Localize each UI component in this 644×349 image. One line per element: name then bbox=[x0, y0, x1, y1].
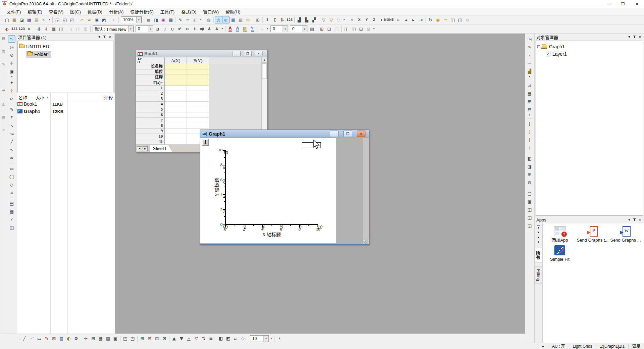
curved-arrow-icon[interactable]: ↝ bbox=[8, 130, 15, 137]
toolbar-button[interactable]: ▾ bbox=[342, 16, 346, 23]
minimize-button[interactable]: — bbox=[602, 0, 616, 8]
panel-close-icon[interactable]: ✕ bbox=[107, 35, 113, 40]
border-outer-icon[interactable]: ⊡ bbox=[326, 25, 333, 33]
dock-grid-icon[interactable]: ⌗ bbox=[2, 76, 4, 80]
cell[interactable] bbox=[165, 64, 187, 69]
panel-grid-icon[interactable]: ▩ bbox=[104, 335, 112, 342]
scroll-up-icon[interactable]: ▲ bbox=[536, 230, 541, 235]
column-header-cell[interactable]: A(X) bbox=[165, 57, 187, 64]
sort-icon[interactable]: ⇅ bbox=[279, 16, 286, 23]
panel-close-icon[interactable]: ✕ bbox=[637, 217, 643, 222]
insert-worksheet-icon[interactable]: ▦ bbox=[8, 208, 15, 215]
filter-reapply-icon[interactable]: ▽ bbox=[328, 16, 335, 23]
chevron-down-icon[interactable]: ▾ bbox=[148, 26, 153, 32]
graph1-maximize-button[interactable]: ❐ bbox=[343, 131, 352, 137]
row-label[interactable]: 注释 bbox=[136, 75, 165, 80]
cut-icon[interactable]: ▯ bbox=[67, 25, 75, 33]
open-excel-icon[interactable]: ▰ bbox=[86, 16, 93, 23]
print-preview-icon[interactable]: ◨ bbox=[152, 16, 160, 23]
maximize-button[interactable]: ❐ bbox=[616, 0, 630, 8]
line-tool-icon[interactable]: ╱ bbox=[21, 335, 28, 342]
column-stats-icon[interactable]: ▟ bbox=[296, 16, 303, 23]
edit-icon[interactable]: ✎ bbox=[177, 16, 184, 23]
cell[interactable] bbox=[187, 80, 209, 86]
scatter-graph-icon[interactable]: ⋱ bbox=[526, 51, 533, 59]
row-label[interactable]: 长名称 bbox=[136, 64, 165, 69]
object-size-combo[interactable]: 10 ▾ bbox=[250, 335, 269, 342]
book1-minimize-button[interactable]: — bbox=[233, 51, 241, 56]
set-column-values-icon[interactable]: 123 bbox=[286, 16, 293, 23]
cell[interactable] bbox=[165, 96, 187, 102]
toolbar-button[interactable]: ▾ bbox=[372, 25, 376, 33]
cell[interactable] bbox=[187, 123, 209, 129]
app-item[interactable]: 添加App bbox=[543, 226, 576, 243]
row-label[interactable]: 3 bbox=[136, 96, 165, 102]
fill-color-button[interactable]: ▨ bbox=[241, 25, 249, 33]
dock-copy-icon[interactable]: ◫ bbox=[2, 102, 5, 106]
panel-menu-icon[interactable]: ▼ bbox=[627, 35, 632, 40]
row-label[interactable]: 9 bbox=[136, 129, 165, 134]
scroll-top-icon[interactable]: ▲ bbox=[536, 225, 541, 230]
tree-node[interactable]: Folder1 bbox=[18, 50, 113, 58]
sheet-next-icon[interactable]: ▶ bbox=[143, 146, 148, 151]
region-zoom-icon[interactable]: ▣ bbox=[8, 67, 15, 75]
app-item[interactable]: Simple Fit bbox=[543, 245, 576, 262]
cell[interactable] bbox=[187, 118, 209, 123]
scrollbar-thumb[interactable] bbox=[262, 63, 267, 79]
top-axis-icon[interactable]: ⌈ bbox=[526, 136, 533, 143]
menu-item[interactable]: 查看(V) bbox=[46, 8, 67, 15]
paste-table-icon[interactable]: ▦ bbox=[50, 25, 57, 33]
line-shape-icon[interactable]: ╱ bbox=[8, 138, 15, 145]
refresh-icon[interactable]: ↻ bbox=[427, 16, 434, 23]
pan-tool-icon[interactable]: ✛ bbox=[8, 59, 15, 67]
row-label[interactable]: 10 bbox=[136, 134, 165, 139]
cell[interactable] bbox=[187, 102, 209, 107]
cell[interactable] bbox=[165, 123, 187, 129]
text-tool-icon[interactable]: T bbox=[8, 114, 15, 121]
cell[interactable] bbox=[165, 139, 187, 145]
prev-window-icon[interactable]: ◂ bbox=[402, 16, 410, 23]
cell[interactable] bbox=[165, 107, 187, 112]
row-stats-icon[interactable]: ▙ bbox=[303, 16, 310, 23]
import-single-icon[interactable]: ◰ bbox=[68, 16, 76, 23]
cell[interactable] bbox=[187, 107, 209, 112]
zoom-in-icon[interactable]: ◎ bbox=[8, 43, 15, 51]
zoom-combo[interactable]: 100% ▾ bbox=[121, 16, 142, 23]
insert-equation-icon[interactable]: √ bbox=[8, 216, 15, 223]
sheet-prev-icon[interactable]: ◀ bbox=[137, 146, 142, 151]
line-width-combo[interactable]: 0 ▾ bbox=[270, 26, 288, 32]
menu-item[interactable]: 帮助(H) bbox=[222, 8, 244, 15]
next-window-icon[interactable]: ▸ bbox=[410, 16, 417, 23]
object-tree-graph-node[interactable]: Graph1 bbox=[537, 43, 642, 50]
toolbar-button[interactable]: ▾ bbox=[199, 16, 203, 23]
tool-button[interactable]: ▾ bbox=[526, 76, 533, 78]
dock-list-icon[interactable]: ≣ bbox=[2, 89, 5, 93]
cell[interactable] bbox=[165, 69, 187, 75]
move-tool-icon[interactable]: ✛ bbox=[82, 335, 90, 342]
polygon-shape-icon[interactable]: ◇ bbox=[8, 181, 15, 188]
new-graph-icon[interactable]: ◪ bbox=[18, 16, 26, 23]
axes-icon[interactable]: ⊿ bbox=[526, 82, 533, 89]
dock-edit-icon[interactable]: ✎ bbox=[2, 62, 5, 67]
close-button[interactable]: ✕ bbox=[630, 0, 644, 8]
swap-order-icon[interactable]: ⇅ bbox=[200, 335, 207, 342]
line-style-button[interactable]: — bbox=[258, 25, 266, 33]
save-icon[interactable]: ▣ bbox=[93, 16, 100, 23]
draw-data-icon[interactable]: ✎ bbox=[8, 106, 15, 113]
sheet-tab[interactable]: Sheet1 bbox=[150, 145, 172, 152]
add-column-icon[interactable]: ⊞ bbox=[254, 16, 261, 23]
digitizer-icon[interactable]: ⌖ bbox=[110, 16, 117, 23]
apps-category-tab[interactable]: 所有 bbox=[535, 248, 542, 262]
last-window-icon[interactable]: ⇥ bbox=[417, 16, 425, 23]
menu-item[interactable]: 快捷分析(S) bbox=[127, 8, 157, 15]
y-axis-title[interactable]: Y 轴标题 bbox=[213, 178, 220, 196]
options-icon[interactable]: ⚙ bbox=[244, 16, 252, 23]
new-matrix-icon[interactable]: ▩ bbox=[26, 16, 33, 23]
none-col-button[interactable]: NONE bbox=[385, 16, 393, 23]
panel-close-icon[interactable]: ✕ bbox=[637, 35, 643, 40]
graph-scroll-strip[interactable] bbox=[363, 138, 369, 244]
merge-cells-icon[interactable]: ◫ bbox=[343, 25, 350, 33]
insert-graph-icon[interactable]: ▤ bbox=[8, 200, 15, 207]
layer-badge[interactable]: 1 bbox=[202, 139, 209, 146]
menu-item[interactable]: 文件(F) bbox=[3, 8, 24, 15]
